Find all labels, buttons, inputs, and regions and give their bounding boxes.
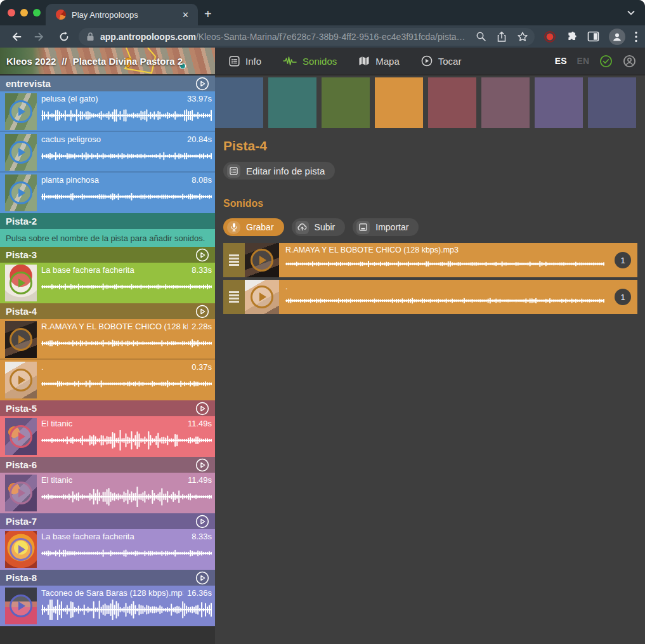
language-en[interactable]: EN	[577, 56, 589, 66]
sound-play-icon[interactable]	[251, 286, 273, 308]
breadcrumb-remix[interactable]: Placeta Divina Pastora 2	[73, 56, 183, 67]
track-square[interactable]	[481, 77, 530, 128]
share-icon[interactable]	[497, 31, 507, 43]
drag-handle-icon[interactable]	[223, 243, 245, 277]
sound-item[interactable]: planta pinchosa8.08s	[0, 173, 215, 213]
sound-item[interactable]: .0.37s	[0, 360, 215, 400]
track-section: Pista-6El titanic11.49s	[0, 457, 215, 513]
track-name[interactable]: entrevista	[6, 78, 195, 89]
track-header[interactable]: entrevista	[0, 76, 215, 91]
sound-play-icon[interactable]	[10, 100, 32, 123]
track-play-button[interactable]	[195, 248, 209, 262]
track-name[interactable]: Pista-8	[6, 572, 195, 583]
track-header[interactable]: Pista-2	[0, 213, 215, 229]
drag-handle-icon[interactable]	[223, 280, 245, 314]
track-play-button[interactable]	[195, 77, 209, 91]
track-sound-row[interactable]: .1	[223, 280, 637, 314]
sound-play-icon[interactable]	[10, 369, 32, 391]
track-play-button[interactable]	[195, 305, 209, 319]
sound-play-icon[interactable]	[10, 482, 32, 504]
track-section: Pista-5El titanic11.49s	[0, 400, 215, 457]
tab-search-chevron-icon[interactable]	[626, 8, 636, 18]
sound-item[interactable]: El titanic11.49s	[0, 416, 215, 457]
sound-play-icon[interactable]	[10, 595, 32, 617]
sound-play-icon[interactable]	[10, 272, 32, 294]
edit-track-info-button[interactable]: Editar info de pista	[223, 162, 335, 180]
sound-play-icon[interactable]	[10, 328, 32, 351]
track-empty-message: Pulsa sobre el nombre de la pista para a…	[0, 229, 215, 247]
project-map-banner[interactable]: Kleos 2022 // Placeta Divina Pastora 2	[0, 48, 215, 74]
bookmark-star-icon[interactable]	[517, 31, 528, 43]
record-extension-icon[interactable]	[544, 30, 556, 43]
breadcrumb-project[interactable]: Kleos 2022	[6, 56, 56, 67]
back-button[interactable]	[10, 31, 22, 43]
record-button[interactable]: Grabar	[223, 218, 284, 236]
browser-menu-kebab-icon[interactable]	[635, 31, 637, 43]
track-header[interactable]: Pista-4	[0, 303, 215, 319]
zoom-window-icon[interactable]	[33, 9, 41, 16]
sound-item[interactable]: El titanic11.49s	[0, 473, 215, 513]
sound-item[interactable]: La base fachera facherita8.33s	[0, 263, 215, 303]
import-button[interactable]: Importar	[353, 218, 419, 236]
track-play-button[interactable]	[195, 458, 209, 472]
sound-play-icon[interactable]	[10, 141, 32, 164]
track-name[interactable]: Pista-4	[6, 306, 195, 317]
close-window-icon[interactable]	[8, 9, 15, 16]
track-header[interactable]: Pista-8	[0, 570, 215, 586]
track-square[interactable]	[588, 77, 636, 128]
track-square[interactable]	[428, 77, 476, 128]
extensions-puzzle-icon[interactable]	[566, 30, 578, 43]
track-name[interactable]: Pista-5	[6, 403, 195, 414]
sound-item[interactable]: La base fachera facherita8.33s	[0, 529, 215, 570]
track-header[interactable]: Pista-7	[0, 513, 215, 529]
tab-close-icon[interactable]: ✕	[179, 9, 192, 21]
track-name[interactable]: Pista-3	[6, 249, 195, 260]
nav-info[interactable]: Info	[229, 56, 261, 67]
nav-tocar[interactable]: Tocar	[421, 55, 462, 67]
sound-play-icon[interactable]	[10, 538, 32, 561]
sound-name: planta pinchosa	[41, 175, 188, 185]
track-square[interactable]	[215, 77, 263, 128]
zoom-page-icon[interactable]	[476, 31, 486, 42]
sound-item[interactable]: cactus peligroso20.84s	[0, 132, 215, 173]
track-header[interactable]: Pista-5	[0, 400, 215, 416]
window-controls[interactable]	[8, 9, 41, 16]
track-square[interactable]	[535, 77, 583, 128]
account-icon[interactable]	[623, 55, 636, 68]
track-header[interactable]: Pista-3	[0, 247, 215, 263]
sound-play-icon[interactable]	[10, 425, 32, 448]
address-bar[interactable]: app.antropoloops.com/Kleos-Santa-Marina/…	[79, 28, 535, 46]
sound-play-icon[interactable]	[251, 249, 273, 272]
track-square[interactable]	[268, 77, 316, 128]
track-play-button[interactable]	[195, 515, 209, 529]
track-section: Pista-4R.AMAYA Y EL BOBOTE CHICO (128 kb…	[0, 303, 215, 400]
url-domain: app.antropoloops.com	[100, 32, 196, 42]
track-name[interactable]: Pista-7	[6, 516, 195, 527]
upload-button[interactable]: Subir	[292, 218, 346, 236]
sound-play-icon[interactable]	[10, 181, 32, 204]
side-panel-icon[interactable]	[587, 30, 599, 43]
reload-button[interactable]	[58, 31, 70, 43]
sound-item[interactable]: pelusa (el gato)33.97s	[0, 91, 215, 132]
browser-profile-avatar[interactable]	[609, 29, 625, 45]
sound-item[interactable]: Taconeo de Sara Baras (128 kbps).mp316.3…	[0, 586, 215, 626]
browser-tab[interactable]: Play Antropoloops ✕	[46, 4, 198, 25]
track-section: entrevistapelusa (el gato)33.97scactus p…	[0, 76, 215, 213]
waveform	[285, 256, 604, 272]
track-play-button[interactable]	[195, 571, 209, 585]
track-square[interactable]	[322, 77, 370, 128]
track-play-button[interactable]	[195, 402, 209, 416]
track-name[interactable]: Pista-6	[6, 459, 195, 470]
sound-item[interactable]: R.AMAYA Y EL BOBOTE CHICO (128 kbps)....…	[0, 319, 215, 360]
track-header[interactable]: Pista-6	[0, 457, 215, 473]
minimize-window-icon[interactable]	[20, 9, 28, 16]
forward-button[interactable]	[34, 31, 46, 43]
track-name[interactable]: Pista-2	[6, 216, 209, 227]
track-square[interactable]	[375, 77, 423, 128]
new-tab-button[interactable]: +	[204, 6, 212, 22]
track-sound-row[interactable]: R.AMAYA Y EL BOBOTE CHICO (128 kbps).mp3…	[223, 243, 637, 277]
language-es[interactable]: ES	[555, 56, 567, 66]
sound-thumbnail	[5, 588, 37, 624]
nav-mapa[interactable]: Mapa	[358, 56, 400, 67]
nav-sonidos[interactable]: Sonidos	[283, 56, 337, 67]
